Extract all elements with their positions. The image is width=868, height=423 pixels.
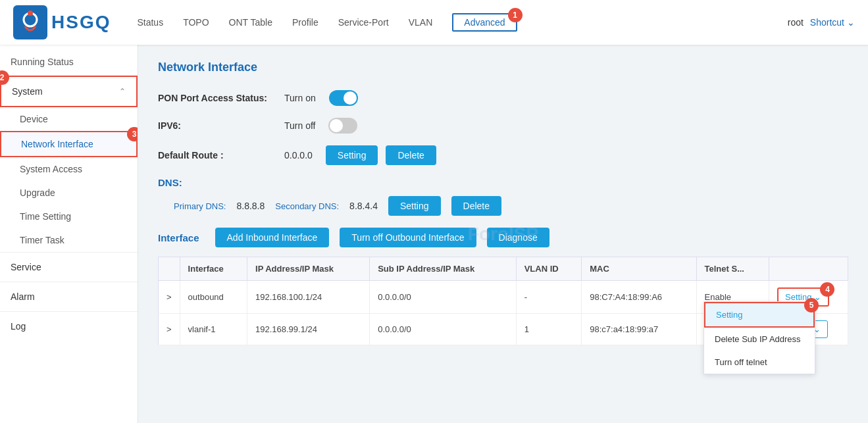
dns-row: Primary DNS: 8.8.8.8 Secondary DNS: 8.8.… (158, 196, 848, 216)
sidebar-item-service[interactable]: Service (0, 252, 138, 282)
col-vlan: VLAN ID (516, 257, 582, 281)
main-nav: Status TOPO ONT Table Profile Service-Po… (137, 13, 787, 32)
nav-profile[interactable]: Profile (292, 14, 319, 30)
pon-port-row: PON Port Access Status: Turn on (158, 90, 848, 106)
cell-mac-outbound: 98:C7:A4:18:99:A6 (582, 281, 696, 314)
secondary-dns-label: Secondary DNS: (275, 201, 339, 211)
secondary-dns-value: 8.8.4.4 (349, 201, 378, 211)
sidebar-item-upgrade[interactable]: Upgrade (0, 181, 138, 205)
sidebar-item-log[interactable]: Log (0, 311, 138, 341)
primary-dns-label: Primary DNS: (174, 201, 226, 211)
col-interface: Interface (180, 257, 247, 281)
expand-btn-outbound[interactable]: > (159, 281, 180, 314)
cell-ip-vlanif1: 192.168.99.1/24 (247, 314, 370, 345)
dropdown-item-setting[interactable]: Setting 5 (704, 302, 815, 328)
main-content: ForoISP Network Interface PON Port Acces… (138, 45, 868, 423)
nav-service-port[interactable]: Service-Port (338, 14, 389, 30)
dns-title: DNS: (158, 177, 848, 188)
ipv6-label: IPV6: (158, 120, 276, 131)
sidebar: Running Status System ⌃ 2 Device Network… (0, 45, 138, 423)
expand-btn-vlanif1[interactable]: > (159, 314, 180, 345)
nav-topo[interactable]: TOPO (183, 14, 209, 30)
primary-dns-value: 8.8.8.8 (236, 201, 265, 211)
default-route-label: Default Route : (158, 150, 276, 161)
cell-vlan-outbound: - (516, 281, 582, 314)
cell-vlan-vlanif1: 1 (516, 314, 582, 345)
dropdown-item-delete-sub-ip[interactable]: Delete Sub IP Address (704, 328, 815, 351)
default-route-value: 0.0.0.0 (284, 150, 313, 161)
default-route-delete-button[interactable]: Delete (386, 145, 436, 165)
sidebar-item-alarm[interactable]: Alarm (0, 282, 138, 311)
sidebar-item-running-status[interactable]: Running Status (0, 45, 138, 75)
cell-interface-outbound: outbound (180, 281, 247, 314)
ipv6-row: IPV6: Turn off (158, 118, 848, 134)
dns-delete-button[interactable]: Delete (451, 196, 501, 216)
turn-off-outbound-button[interactable]: Turn off Outbound Interface (340, 228, 476, 247)
nav-user: root (788, 17, 804, 28)
diagnose-button[interactable]: Diagnose (487, 228, 549, 247)
dns-setting-button[interactable]: Setting (388, 196, 441, 216)
interface-title: Interface (158, 232, 199, 243)
svg-rect-0 (13, 5, 47, 39)
logo: HSGQ (13, 5, 111, 39)
default-route-setting-button[interactable]: Setting (326, 145, 378, 165)
chevron-down-icon: ⌄ (847, 17, 855, 28)
dns-section: DNS: Primary DNS: 8.8.8.8 Secondary DNS:… (158, 177, 848, 216)
interface-header: Interface Add Inbound Interface Turn off… (158, 228, 848, 247)
page-title: Network Interface (158, 61, 848, 74)
logo-text: HSGQ (51, 12, 111, 33)
nav-shortcut[interactable]: Shortcut ⌄ (810, 17, 855, 28)
cell-mac-vlanif1: 98:c7:a4:18:99:a7 (582, 314, 696, 345)
cell-sub-ip-outbound: 0.0.0.0/0 (370, 281, 517, 314)
ipv6-toggle[interactable] (328, 118, 357, 134)
svg-point-2 (28, 11, 33, 16)
ipv6-toggle-knob (330, 119, 343, 132)
sidebar-item-system-access[interactable]: System Access (0, 157, 138, 181)
nav-status[interactable]: Status (137, 14, 163, 30)
row-badge-4: 4 (820, 282, 834, 297)
pon-port-toggle[interactable] (329, 90, 358, 106)
dropdown-item-turn-off-telnet[interactable]: Turn off telnet (704, 351, 815, 374)
sidebar-item-network-interface[interactable]: Network Interface 3 (0, 131, 138, 157)
add-inbound-button[interactable]: Add Inbound Interface (215, 228, 330, 247)
pon-port-toggle-knob (344, 91, 357, 105)
ipv6-value: Turn off (284, 120, 315, 131)
pon-port-value: Turn on (284, 93, 316, 103)
network-interface-badge: 3 (127, 127, 138, 141)
cell-sub-ip-vlanif1: 0.0.0.0/0 (370, 314, 517, 345)
nav-vlan[interactable]: VLAN (409, 14, 433, 30)
nav-right: root Shortcut ⌄ (788, 17, 855, 28)
dropdown-setting-badge: 5 (804, 298, 819, 312)
sidebar-item-timer-task[interactable]: Timer Task (0, 228, 138, 252)
header: HSGQ Status TOPO ONT Table Profile Servi… (0, 0, 868, 45)
sidebar-section-system-header[interactable]: System ⌃ 2 (0, 76, 138, 107)
pon-port-label: PON Port Access Status: (158, 93, 276, 103)
nav-advanced[interactable]: Advanced 1 (452, 13, 517, 32)
col-ip: IP Address/IP Mask (247, 257, 370, 281)
default-route-row: Default Route : 0.0.0.0 Setting Delete (158, 145, 848, 165)
advanced-badge: 1 (508, 8, 523, 22)
cell-ip-outbound: 192.168.100.1/24 (247, 281, 370, 314)
col-sub-ip: Sub IP Address/IP Mask (370, 257, 517, 281)
col-expand (159, 257, 180, 281)
sidebar-section-system: System ⌃ 2 Device Network Interface 3 Sy… (0, 75, 138, 252)
col-action (769, 257, 848, 281)
cell-interface-vlanif1: vlanif-1 (180, 314, 247, 345)
layout: Running Status System ⌃ 2 Device Network… (0, 45, 868, 423)
sidebar-item-device[interactable]: Device (0, 107, 138, 131)
nav-ont-table[interactable]: ONT Table (229, 14, 272, 30)
chevron-up-icon: ⌃ (119, 87, 126, 96)
sidebar-item-time-setting[interactable]: Time Setting (0, 205, 138, 228)
col-telnet: Telnet S... (696, 257, 769, 281)
col-mac: MAC (582, 257, 696, 281)
setting-dropdown-menu: Setting 5 Delete Sub IP Address Turn off… (703, 301, 815, 374)
logo-icon (13, 5, 47, 39)
